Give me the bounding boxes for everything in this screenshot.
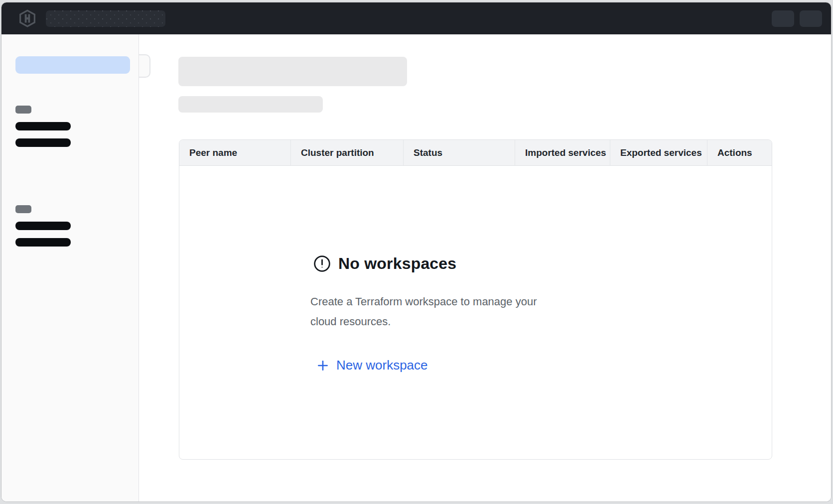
sidebar-item-skeleton-3[interactable] [15, 222, 71, 230]
new-workspace-button[interactable]: New workspace [316, 358, 428, 373]
hashicorp-logo-icon [19, 9, 36, 28]
topbar-button-skeleton-1[interactable] [772, 10, 794, 27]
empty-state-description: Create a Terraform workspace to manage y… [310, 292, 559, 332]
plus-icon [316, 359, 329, 372]
sidebar-section-label-skeleton-1 [15, 106, 31, 114]
column-header-cluster-partition: Cluster partition [290, 140, 403, 165]
empty-state-title: No workspaces [338, 254, 456, 273]
empty-state: No workspaces Create a Terraform workspa… [310, 254, 559, 374]
new-workspace-label: New workspace [336, 358, 428, 373]
top-navigation-bar [1, 2, 831, 34]
workspaces-table: Peer name Cluster partition Status Impor… [179, 139, 772, 460]
page-title-skeleton [178, 57, 407, 86]
column-header-actions: Actions [707, 140, 772, 165]
page-subtitle-skeleton [178, 96, 323, 113]
table-body: No workspaces Create a Terraform workspa… [179, 166, 772, 459]
global-search-skeleton[interactable] [46, 10, 165, 27]
app-window: Peer name Cluster partition Status Impor… [1, 2, 831, 502]
column-header-imported-services: Imported services [515, 140, 610, 165]
column-header-peer-name: Peer name [179, 140, 290, 165]
sidebar-section-label-skeleton-2 [15, 205, 31, 213]
alert-circle-icon [313, 255, 331, 272]
main-content: Peer name Cluster partition Status Impor… [139, 34, 831, 502]
column-header-exported-services: Exported services [610, 140, 707, 165]
sidebar-active-item-skeleton[interactable] [15, 56, 130, 74]
sidebar-item-skeleton-1[interactable] [15, 122, 71, 130]
sidebar-toggle-handle[interactable] [139, 54, 150, 78]
sidebar-item-skeleton-4[interactable] [15, 238, 71, 247]
sidebar [1, 34, 139, 502]
sidebar-item-skeleton-2[interactable] [15, 138, 71, 147]
column-header-status: Status [403, 140, 515, 165]
table-header-row: Peer name Cluster partition Status Impor… [179, 140, 772, 166]
topbar-button-skeleton-2[interactable] [800, 10, 822, 27]
